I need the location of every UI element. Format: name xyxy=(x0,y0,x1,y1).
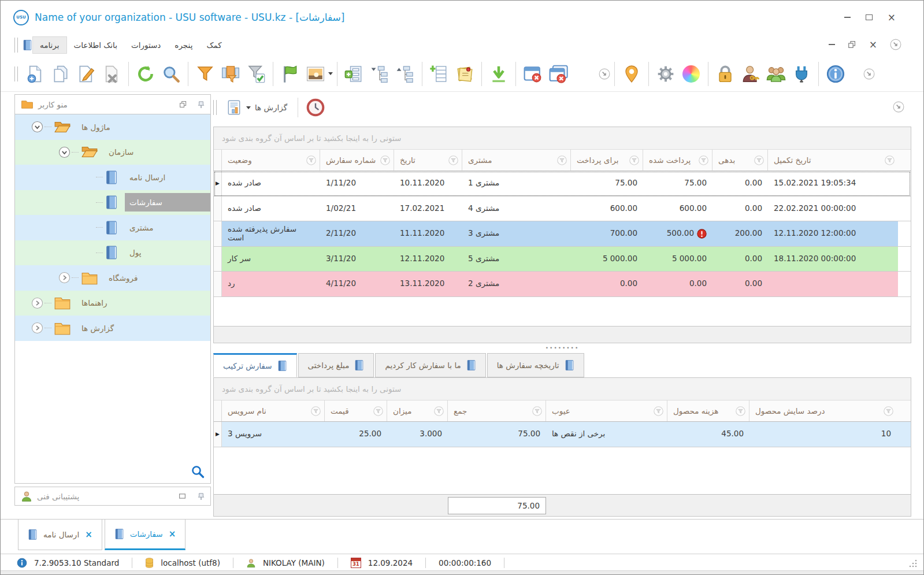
expand-node-icon[interactable] xyxy=(31,297,43,309)
tree-item-orders[interactable]: سفارشات xyxy=(15,190,210,216)
edit-document-icon[interactable] xyxy=(73,60,99,88)
tree-item-organization[interactable]: سازمان xyxy=(15,140,210,165)
window-tab-orders[interactable]: سفارشات × xyxy=(105,520,186,550)
export-download-icon[interactable] xyxy=(486,60,511,88)
toolbar-grip[interactable] xyxy=(14,66,18,81)
column-header-defects[interactable]: عیوب xyxy=(546,400,667,421)
menu-item-commands[interactable]: دستورات xyxy=(124,37,168,53)
user-permissions-icon[interactable] xyxy=(738,60,763,88)
table-row[interactable]: سر کار 3/11/20 12.11.2020 مشتری 5 5 000.… xyxy=(214,247,911,272)
resize-grip[interactable] xyxy=(909,559,918,567)
filter-funnel-icon[interactable] xyxy=(373,406,383,416)
settings-gear-icon[interactable] xyxy=(653,60,678,88)
color-theme-icon[interactable] xyxy=(678,60,704,88)
pin-icon[interactable] xyxy=(198,492,205,500)
child-close-icon[interactable]: × xyxy=(869,42,877,47)
table-row[interactable]: صادر شده 1/02/21 17.02.2021 مشتری 4 600.… xyxy=(214,196,911,222)
tree-item-money[interactable]: پول xyxy=(15,240,210,266)
close-icon[interactable]: × xyxy=(888,14,896,20)
menu-item-window[interactable]: پنجره xyxy=(168,37,199,53)
column-header-order-no[interactable]: شماره سفارش xyxy=(320,150,394,170)
window-tab-send-letter[interactable]: ارسال نامه × xyxy=(18,520,102,550)
user-groups-icon[interactable] xyxy=(763,60,789,88)
filter-columns-icon[interactable] xyxy=(218,60,243,88)
panel-splitter[interactable]: •••••••• xyxy=(213,343,911,353)
column-header-price[interactable]: قیمت xyxy=(325,400,387,421)
tree-item-store[interactable]: فروشگاه xyxy=(15,265,210,291)
filter-funnel-icon[interactable] xyxy=(885,155,895,165)
image-icon[interactable] xyxy=(303,60,328,88)
filter-icon[interactable] xyxy=(192,60,218,88)
timer-clock-icon[interactable] xyxy=(304,94,327,121)
table-row[interactable]: ▶ سرویس 3 25.00 3.000 75.00 برخی از نقص … xyxy=(214,422,911,447)
tree-item-reports[interactable]: گزارش ها xyxy=(15,316,210,341)
filter-funnel-icon[interactable] xyxy=(557,155,567,165)
filter-funnel-icon[interactable] xyxy=(754,155,764,165)
map-pin-icon[interactable] xyxy=(619,60,644,88)
column-header-service-name[interactable]: نام سرویس xyxy=(222,400,325,421)
menu-grip[interactable] xyxy=(14,38,18,53)
child-restore-icon[interactable] xyxy=(848,40,856,49)
delete-document-icon[interactable] xyxy=(99,60,124,88)
menu-overflow-icon[interactable] xyxy=(890,39,901,50)
toolbar-overflow-right-icon[interactable] xyxy=(863,68,875,80)
notes-icon[interactable] xyxy=(452,60,477,88)
services-groupby-bar[interactable]: ستونی را به اینجا بکشید تا بر اساس آن گر… xyxy=(214,378,911,400)
tab-we-worked-with-order[interactable]: ما با سفارش کار کردیم xyxy=(375,353,485,377)
column-header-total[interactable]: جمع xyxy=(448,400,546,421)
copy-document-icon[interactable] xyxy=(48,60,73,88)
filter-funnel-icon[interactable] xyxy=(311,406,321,416)
filter-funnel-icon[interactable] xyxy=(654,406,663,416)
reports-button[interactable]: گزارش ها xyxy=(221,97,292,118)
column-header-wear-percent[interactable]: درصد سایش محصول xyxy=(749,400,897,421)
tree-search-icon[interactable] xyxy=(191,465,205,478)
add-row-icon[interactable] xyxy=(426,60,452,88)
card-view-icon[interactable] xyxy=(342,60,367,88)
column-header-completion-date[interactable]: تاریخ تکمیل xyxy=(768,150,898,170)
filter-funnel-icon[interactable] xyxy=(884,406,893,416)
expand-node-icon[interactable] xyxy=(31,322,43,334)
expand-node-icon[interactable] xyxy=(58,272,70,284)
plugin-icon[interactable] xyxy=(789,60,814,88)
column-header-status[interactable]: وضعیت xyxy=(222,150,320,170)
filter-funnel-icon[interactable] xyxy=(699,155,708,165)
column-header-date[interactable]: تاریخ xyxy=(394,150,462,170)
collapse-tree-icon[interactable] xyxy=(367,60,392,88)
filter-funnel-icon[interactable] xyxy=(434,406,444,416)
toolbar-overflow-icon[interactable] xyxy=(599,68,610,80)
minimize-icon[interactable] xyxy=(844,17,851,18)
collapse-node-icon[interactable] xyxy=(58,146,70,158)
tree-item-send-letter[interactable]: ارسال نامه xyxy=(15,165,210,190)
reports-overflow-icon[interactable] xyxy=(893,101,904,113)
column-header-product-cost[interactable]: هزینه محصول xyxy=(667,400,749,421)
flag-icon[interactable] xyxy=(277,60,303,88)
child-minimize-icon[interactable] xyxy=(829,44,835,45)
menu-item-program[interactable]: برنامه xyxy=(32,36,67,54)
column-header-customer[interactable]: مشتری xyxy=(462,150,571,170)
table-row[interactable]: سفارش پذیرفته شده است 2/11/20 11.11.2020… xyxy=(214,221,911,247)
maximize-icon[interactable] xyxy=(866,14,873,20)
tree-item-customer[interactable]: مشتری xyxy=(15,215,210,240)
filter-funnel-icon[interactable] xyxy=(380,155,390,165)
refresh-icon[interactable] xyxy=(133,60,158,88)
close-tab-icon[interactable]: × xyxy=(85,529,92,540)
column-header-to-pay[interactable]: برای پرداخت xyxy=(571,150,643,170)
close-all-windows-icon[interactable] xyxy=(546,60,571,88)
filter-funnel-icon[interactable] xyxy=(736,406,745,416)
menu-item-database[interactable]: بانک اطلاعات xyxy=(67,37,124,53)
close-window-icon[interactable] xyxy=(520,60,546,88)
filter-funnel-icon[interactable] xyxy=(306,155,316,165)
image-dropdown-caret[interactable] xyxy=(328,72,333,75)
lock-icon[interactable] xyxy=(713,60,738,88)
panel-minimize-icon[interactable] xyxy=(179,493,186,499)
table-row[interactable]: رد 4/11/20 13.11.2020 مشتری 2 0.00 0.00 … xyxy=(214,272,911,297)
info-icon[interactable] xyxy=(823,60,848,88)
table-row[interactable]: ▶ صادر شده 1/11/20 10.11.2020 مشتری 1 75… xyxy=(214,171,911,196)
tree-item-modules[interactable]: ماژول ها xyxy=(15,114,210,140)
column-header-debt[interactable]: بدهی xyxy=(713,150,768,170)
orders-groupby-bar[interactable]: ستونی را به اینجا بکشید تا بر اساس آن گر… xyxy=(214,127,911,150)
tab-payment-amount[interactable]: مبلغ پرداختی xyxy=(298,353,374,377)
column-header-amount[interactable]: میزان xyxy=(387,400,448,421)
float-panel-icon[interactable] xyxy=(179,101,187,108)
filter-funnel-icon[interactable] xyxy=(532,406,542,416)
